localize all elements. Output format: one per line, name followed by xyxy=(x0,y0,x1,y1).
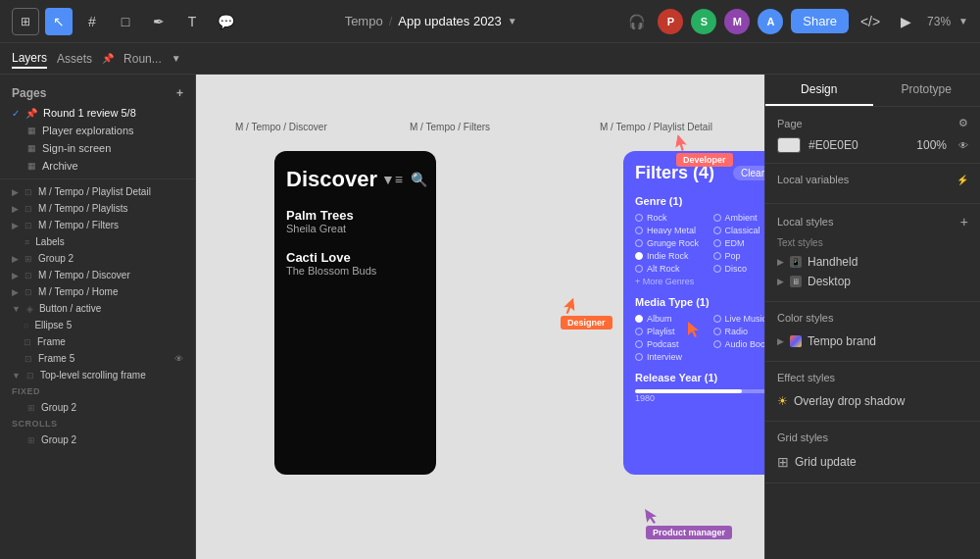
layer-labels[interactable]: ▶ ≡ Labels xyxy=(0,233,195,250)
zoom-level[interactable]: 73% xyxy=(927,15,951,28)
share-button[interactable]: Share xyxy=(791,9,849,33)
track-info-2: Cacti Love The Blossom Buds xyxy=(274,242,436,284)
option-altrock[interactable]: Alt Rock xyxy=(635,264,710,274)
design-tab[interactable]: Design xyxy=(765,75,873,106)
page-settings-icon[interactable]: ⚙ xyxy=(958,117,968,129)
expand-icon[interactable]: ▶ xyxy=(12,187,19,197)
dropdown-icon[interactable]: ▼ xyxy=(508,16,517,26)
expand-icon-5[interactable]: ▶ xyxy=(12,254,19,264)
layer-top-level[interactable]: ▼ ⊡ Top-level scrolling frame xyxy=(0,367,195,383)
shape-icon[interactable]: □ xyxy=(112,8,139,35)
layer-ellipse5[interactable]: ○ Ellipse 5 xyxy=(0,317,195,333)
expand-icon-8[interactable]: ▼ xyxy=(12,304,21,314)
discover-header-icons: ≡ 🔍 xyxy=(395,172,427,187)
layer-frame5[interactable]: ▶ ⊡ Frame 5 👁 xyxy=(0,350,195,367)
option-audiobook[interactable]: Audio Book xyxy=(713,339,765,349)
option-disco[interactable]: Disco xyxy=(713,264,765,274)
assets-tab[interactable]: Assets xyxy=(57,50,92,68)
layer-group2[interactable]: ▶ ⊞ Group 2 xyxy=(0,250,195,267)
option-livemusic[interactable]: Live Music xyxy=(713,314,765,324)
page-round-review[interactable]: ✓ 📌 Round 1 review 5/8 xyxy=(0,104,195,122)
variables-icon[interactable]: ⚡ xyxy=(956,175,968,185)
expand-icon-2[interactable]: ▶ xyxy=(12,204,19,214)
style-tempo-brand[interactable]: ▶ Tempo brand xyxy=(777,331,968,351)
option-interview[interactable]: Interview xyxy=(635,352,710,362)
pin-icon[interactable]: 📌 xyxy=(102,53,114,64)
right-tabs: Design Prototype xyxy=(765,75,980,107)
expand-icon-6[interactable]: ▶ xyxy=(12,271,19,280)
option-podcast[interactable]: Podcast xyxy=(635,339,710,349)
option-heavymetal[interactable]: Heavy Metal xyxy=(635,226,710,235)
zoom-dropdown-icon[interactable]: ▼ xyxy=(958,16,968,26)
page-player-explorations[interactable]: ▦ Player explorations xyxy=(0,122,195,139)
pen-icon[interactable]: ✒ xyxy=(145,8,172,35)
radio-ambient xyxy=(713,214,721,222)
expand-icon-3[interactable]: ▶ xyxy=(12,221,19,230)
layer-group2-fixed[interactable]: ⊞ Group 2 xyxy=(0,399,195,416)
option-indierock[interactable]: Indie Rock xyxy=(635,251,710,261)
headphone-icon[interactable]: 🎧 xyxy=(622,8,650,35)
option-classical[interactable]: Classical xyxy=(713,226,765,235)
search-icon[interactable]: 🔍 xyxy=(411,172,427,187)
style-grid-update[interactable]: ⊞ Grid update xyxy=(777,451,968,473)
expand-handheld[interactable]: ▶ xyxy=(777,257,784,267)
layers-tab[interactable]: Layers xyxy=(12,49,47,69)
check-icon: ✓ xyxy=(12,108,20,119)
eye-icon[interactable]: 👁 xyxy=(958,140,968,151)
page-signin[interactable]: ▦ Sign-in screen xyxy=(0,139,195,157)
cursor-icon[interactable]: ↖ xyxy=(45,8,73,35)
frame-icon[interactable]: # xyxy=(78,8,106,35)
local-variables-title: Local variables ⚡ xyxy=(777,174,968,185)
visibility-icon[interactable]: 👁 xyxy=(174,354,183,364)
play-icon[interactable]: ▶ xyxy=(892,8,919,35)
radio-pop xyxy=(713,252,721,260)
option-radio[interactable]: Radio xyxy=(713,327,765,336)
prototype-tab[interactable]: Prototype xyxy=(873,75,981,106)
comment-icon[interactable]: 💬 xyxy=(212,8,239,35)
layer-group2-scroll[interactable]: ⊞ Group 2 xyxy=(0,432,195,448)
layer-playlist-detail[interactable]: ▶ ⊡ M / Tempo / Playlist Detail xyxy=(0,183,195,200)
year-slider[interactable]: 1980 Now xyxy=(635,389,764,403)
add-page-button[interactable]: + xyxy=(176,86,183,100)
layer-frame[interactable]: ⊡ Frame xyxy=(0,333,195,350)
tab-dropdown-icon[interactable]: ▼ xyxy=(172,53,181,64)
style-handheld[interactable]: ▶ 📱 Handheld xyxy=(777,252,968,272)
layer-playlists[interactable]: ▶ ⊡ M / Tempo / Playlists xyxy=(0,200,195,217)
avatar-1: P xyxy=(658,9,683,34)
file-name[interactable]: App updates 2023 xyxy=(398,14,502,28)
svg-marker-1 xyxy=(563,297,574,314)
layer-home[interactable]: ▶ ⊡ M / Tempo / Home xyxy=(0,283,195,300)
code-icon[interactable]: </> xyxy=(857,8,884,35)
discover-frame[interactable]: Discover ▼ ≡ 🔍 Palm Trees Sheila Great xyxy=(274,151,436,475)
expand-icon-9[interactable]: ▼ xyxy=(12,371,21,381)
add-style-button[interactable]: + xyxy=(960,214,968,229)
option-pop[interactable]: Pop xyxy=(713,251,765,261)
filters-frame[interactable]: Filters (4) Clear ✕ Genre (1) Rock Ambie… xyxy=(623,151,764,475)
expand-desktop[interactable]: ▶ xyxy=(777,277,784,286)
option-ambient[interactable]: Ambient xyxy=(713,213,765,223)
layer-discover[interactable]: ▶ ⊡ M / Tempo / Discover xyxy=(0,267,195,283)
developer-cursor: Developer xyxy=(676,135,733,167)
style-desktop[interactable]: ▶ 🖥 Desktop xyxy=(777,272,968,291)
clear-button[interactable]: Clear xyxy=(733,166,764,180)
option-moregenres[interactable]: + More Genres xyxy=(635,277,764,286)
grid-icon[interactable]: ⊞ xyxy=(12,8,39,35)
round-tab[interactable]: Roun... xyxy=(123,50,162,68)
text-icon[interactable]: T xyxy=(178,8,206,35)
option-grungerock[interactable]: Grunge Rock xyxy=(635,238,710,248)
page-name: Sign-in screen xyxy=(42,142,111,154)
option-rock[interactable]: Rock xyxy=(635,213,710,223)
style-overlay-shadow[interactable]: ☀ Overlay drop shadow xyxy=(777,391,968,411)
svg-marker-2 xyxy=(688,322,699,337)
layer-filters[interactable]: ▶ ⊡ M / Tempo / Filters xyxy=(0,217,195,233)
expand-icon-7[interactable]: ▶ xyxy=(12,287,19,297)
option-edm[interactable]: EDM xyxy=(713,238,765,248)
discover-dropdown-icon[interactable]: ▼ xyxy=(381,172,395,187)
radio-classical xyxy=(713,227,721,234)
page-color-swatch[interactable] xyxy=(777,137,801,153)
filter-icon[interactable]: ≡ xyxy=(395,172,403,187)
canvas: M / Tempo / Discover Discover ▼ ≡ 🔍 xyxy=(196,75,764,559)
page-archive[interactable]: ▦ Archive xyxy=(0,157,195,175)
expand-tempo-brand[interactable]: ▶ xyxy=(777,336,784,346)
layer-button-active[interactable]: ▼ ◈ Button / active xyxy=(0,300,195,317)
